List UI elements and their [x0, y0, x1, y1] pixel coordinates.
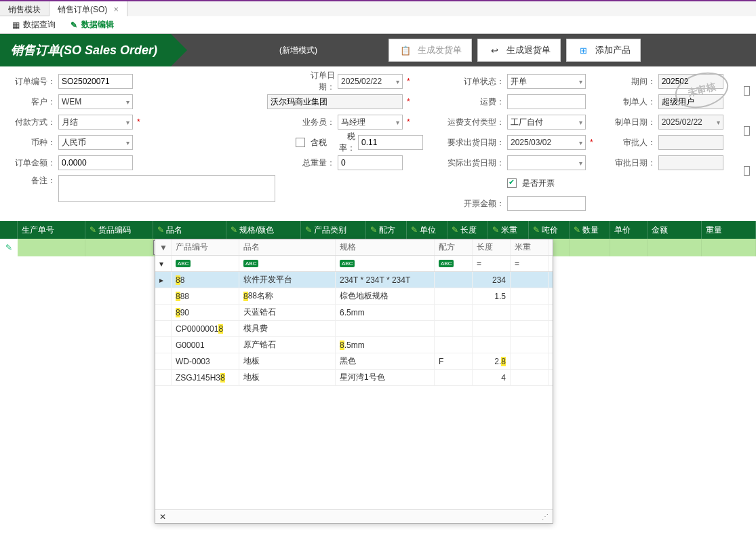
col-prod-order[interactable]: 生产单号 — [18, 221, 85, 239]
lbl-order-status: 订单状态： — [443, 76, 504, 87]
lbl-pay: 付款方式： — [14, 117, 56, 128]
product-lookup-popup: ▼ 产品编号 品名 规格 配方 长度 米重 ▾ ABC ABC ABC ABC … — [155, 239, 553, 256]
lbl-order-date: 订单日期： — [296, 70, 335, 93]
pay-method-select[interactable]: 月结 — [58, 115, 133, 130]
col-qty[interactable]: ✎数量 — [570, 221, 610, 239]
col-spec[interactable]: ✎规格/颜色 — [226, 221, 301, 239]
lbl-tax-rate: 税率： — [332, 131, 355, 154]
total-weight-input[interactable] — [338, 155, 403, 170]
pcol-mz[interactable]: 米重 — [511, 239, 549, 255]
tax-rate-input[interactable] — [358, 135, 423, 150]
filter-toggle-icon[interactable]: ▾ — [155, 256, 172, 256]
page-title: 销售订单(SO Sales Order) — [11, 42, 157, 58]
lbl-approve-date: 审批日期： — [614, 157, 656, 169]
customer-name-input — [267, 94, 403, 109]
lbl-tax-incl: 含税 — [311, 137, 330, 149]
col-mz[interactable]: ✎米重 — [488, 221, 529, 239]
approve-date-input — [658, 155, 723, 170]
add-product-icon: ⊞ — [576, 43, 590, 57]
tab-sales-order-label: 销售订单(SO) — [58, 5, 107, 14]
req-ship-date-input[interactable]: 2025/03/02 — [507, 135, 586, 150]
col-unit-price[interactable]: 单价 — [610, 221, 648, 239]
edit-icon: ✎ — [157, 225, 164, 235]
return-icon: ↩ — [488, 43, 501, 57]
btn-gen-return[interactable]: ↩ 生成退货单 — [477, 39, 561, 62]
row-edit-indicator: ✎ — [0, 239, 18, 256]
btn-gen-delivery[interactable]: 📋 生成发货单 — [389, 39, 472, 62]
order-status-select[interactable]: 开单 — [507, 74, 586, 89]
freight-type-select[interactable]: 工厂自付 — [507, 115, 586, 130]
pcol-len[interactable]: 长度 — [473, 239, 511, 255]
order-amt-input[interactable] — [58, 155, 133, 170]
edit-icon: ✎ — [231, 225, 237, 235]
lbl-currency: 币种： — [14, 137, 56, 149]
currency-select[interactable]: 人民币 — [58, 135, 133, 150]
shipped-checkbox[interactable] — [744, 86, 750, 96]
subtab-data-edit[interactable]: ✎ 数据编辑 — [62, 16, 121, 33]
tab-sales-module[interactable]: 销售模块 — [0, 1, 49, 16]
remark-textarea[interactable] — [58, 175, 275, 202]
lbl-req-ship: 要求出货日期： — [443, 137, 504, 149]
edit-icon: ✎ — [492, 225, 499, 235]
tab-sales-order[interactable]: 销售订单(SO) × — [49, 1, 127, 16]
order-no-input[interactable] — [58, 74, 133, 89]
lbl-approver: 审批人： — [614, 137, 656, 149]
edit-icon: ✎ — [411, 225, 418, 235]
lbl-period: 期间： — [614, 76, 656, 87]
pcol-formula[interactable]: 配方 — [435, 239, 473, 255]
paused-checkbox[interactable] — [744, 166, 750, 176]
edit-icon: ✎ — [574, 225, 580, 235]
pcol-code[interactable]: 产品编号 — [172, 239, 239, 255]
lbl-invoice: 是否开票 — [522, 178, 555, 189]
edit-icon: ✎ — [89, 225, 96, 235]
lbl-order-no: 订单编号： — [14, 76, 56, 87]
subtab-data-query[interactable]: ▦ 数据查询 — [4, 16, 62, 33]
freight-input[interactable] — [507, 94, 586, 109]
invoice-amt-input[interactable] — [507, 196, 586, 211]
col-category[interactable]: ✎产品类别 — [301, 221, 366, 239]
lbl-customer: 客户： — [14, 96, 56, 108]
paid-checkbox[interactable] — [744, 126, 750, 136]
col-item-name[interactable]: ✎品名 — [153, 221, 226, 239]
edit-icon: ✎ — [452, 225, 458, 235]
btn-add-product[interactable]: ⊞ 添加产品 — [566, 39, 641, 62]
col-weight[interactable]: 重量 — [702, 221, 756, 239]
col-unit[interactable]: ✎单位 — [407, 221, 447, 239]
lbl-freight-type: 运费支付类型： — [443, 117, 504, 128]
invoice-checkbox[interactable] — [507, 178, 517, 188]
eq-filter[interactable]: = — [473, 256, 511, 256]
col-ton-price[interactable]: ✎吨价 — [529, 221, 570, 239]
col-item-code[interactable]: ✎货品编码 — [85, 221, 153, 239]
customer-code-select[interactable]: WEM — [58, 94, 133, 109]
filter-icon[interactable]: ▼ — [155, 239, 172, 255]
lbl-actual-ship: 实际出货日期： — [443, 157, 504, 169]
eq-filter[interactable]: = — [511, 256, 549, 256]
approver-input — [658, 135, 723, 150]
col-formula[interactable]: ✎配方 — [366, 221, 407, 239]
lbl-total-weight: 总重量： — [296, 157, 335, 169]
lbl-create-date: 制单日期： — [614, 117, 656, 128]
mode-label: (新增模式) — [279, 45, 317, 56]
lbl-order-amt: 订单金额： — [14, 157, 56, 169]
pcol-name[interactable]: 品名 — [239, 239, 336, 255]
edit-icon: ✎ — [305, 225, 312, 235]
lbl-invoice-amt: 开票金额： — [443, 198, 504, 210]
close-icon[interactable]: × — [114, 5, 119, 14]
edit-icon: ✎ — [370, 225, 377, 235]
col-length[interactable]: ✎长度 — [447, 221, 488, 239]
grid-icon: ▦ — [11, 20, 20, 30]
edit-icon: ✎ — [533, 225, 540, 235]
col-amount[interactable]: 金额 — [648, 221, 702, 239]
edit-icon: ✎ — [69, 20, 79, 30]
lbl-salesman: 业务员： — [296, 117, 335, 128]
pcol-spec[interactable]: 规格 — [336, 239, 435, 255]
lbl-remark: 备注： — [14, 175, 56, 187]
create-date-input: 2025/02/22 — [658, 115, 723, 130]
tax-included-checkbox[interactable] — [296, 138, 305, 147]
order-date-input[interactable]: 2025/02/22 — [338, 74, 403, 89]
delivery-icon: 📋 — [399, 43, 412, 57]
lbl-creator: 制单人： — [614, 96, 656, 108]
lbl-freight: 运费： — [443, 96, 504, 108]
salesman-select[interactable]: 马经理 — [338, 115, 403, 130]
actual-ship-date-input[interactable] — [507, 155, 586, 170]
